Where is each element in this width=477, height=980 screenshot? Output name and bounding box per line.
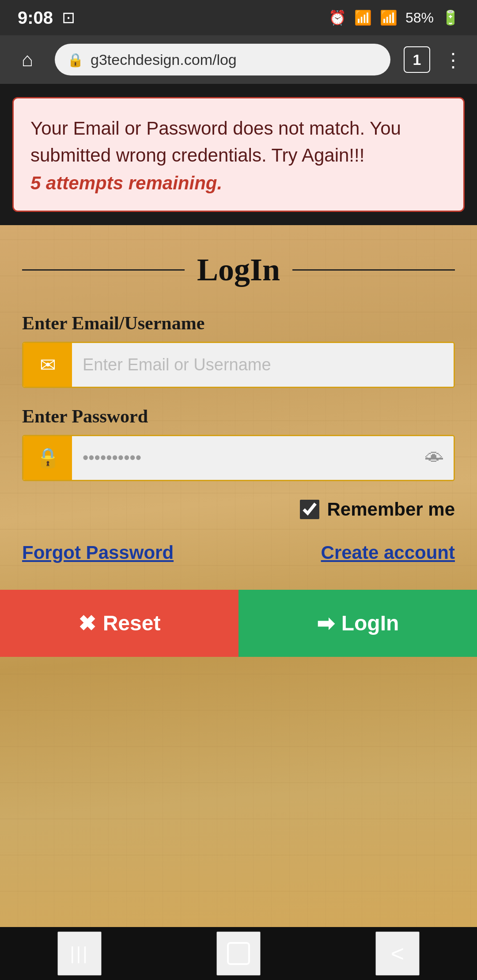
error-attempts: 5 attempts remaining. (30, 173, 447, 194)
login-label: LogIn (341, 611, 399, 635)
password-input-group: 🔒 👁 (22, 435, 455, 481)
title-line-left (22, 269, 185, 271)
wifi-icon: 📶 (354, 9, 372, 26)
ssl-lock-icon: 🔒 (67, 52, 83, 68)
action-buttons-row: ✖ Reset ➡ LogIn (0, 590, 477, 657)
browser-url-bar[interactable]: 🔒 g3techdesign.com/log (55, 44, 390, 75)
reset-button[interactable]: ✖ Reset (0, 590, 238, 657)
email-icon-box: ✉ (23, 343, 72, 387)
signal-icon: 📶 (380, 9, 398, 26)
browser-tab-button[interactable]: 1 (404, 46, 430, 73)
password-label: Enter Password (22, 406, 455, 427)
remember-checkbox[interactable] (300, 500, 319, 519)
main-content: LogIn Enter Email/Username ✉ Enter Passw… (0, 225, 477, 927)
error-alert: Your Email or Password does not match. Y… (12, 97, 465, 212)
screenshot-icon: ⊡ (62, 8, 75, 27)
login-arrow-icon: ➡ (317, 611, 334, 636)
password-toggle-button[interactable]: 👁 (415, 436, 454, 480)
title-line-right (292, 269, 455, 271)
browser-chrome: ⌂ 🔒 g3techdesign.com/log 1 ⋮ (0, 35, 477, 84)
reset-label: Reset (103, 611, 161, 635)
reset-x-icon: ✖ (78, 611, 96, 636)
remember-label: Remember me (327, 499, 455, 520)
status-left: 9:08 ⊡ (18, 8, 75, 28)
status-time: 9:08 (18, 8, 53, 28)
email-label: Enter Email/Username (22, 313, 455, 334)
nav-bar: ||| < (0, 927, 477, 980)
home-nav-icon (227, 942, 250, 965)
battery-icon: 🔋 (442, 9, 459, 26)
forgot-password-button[interactable]: Forgot Password (22, 542, 174, 563)
login-title-row: LogIn (22, 252, 455, 288)
login-button[interactable]: ➡ LogIn (238, 590, 477, 657)
browser-home-button[interactable]: ⌂ (13, 45, 42, 74)
back-icon: < (391, 940, 404, 967)
browser-menu-button[interactable]: ⋮ (443, 49, 464, 71)
lock-icon: 🔒 (36, 446, 60, 469)
alarm-icon: ⏰ (329, 9, 346, 26)
links-row: Forgot Password Create account (22, 542, 455, 563)
email-icon: ✉ (40, 354, 56, 376)
lock-icon-box: 🔒 (23, 436, 72, 480)
email-input-group: ✉ (22, 342, 455, 388)
create-account-button[interactable]: Create account (321, 542, 455, 563)
error-message: Your Email or Password does not match. Y… (30, 115, 447, 169)
nav-home-button[interactable] (216, 931, 261, 976)
remember-me-row: Remember me (22, 499, 455, 520)
status-right: ⏰ 📶 📶 58% 🔋 (329, 9, 459, 26)
password-input[interactable] (72, 436, 415, 480)
email-input[interactable] (72, 343, 454, 387)
battery-text: 58% (405, 10, 434, 26)
recents-icon: ||| (70, 944, 89, 964)
browser-url-text: g3techdesign.com/log (91, 51, 237, 68)
nav-recents-button[interactable]: ||| (57, 931, 102, 976)
eye-off-icon: 👁 (425, 448, 443, 468)
page-title: LogIn (185, 252, 292, 288)
status-bar: 9:08 ⊡ ⏰ 📶 📶 58% 🔋 (0, 0, 477, 35)
nav-back-button[interactable]: < (375, 931, 420, 976)
